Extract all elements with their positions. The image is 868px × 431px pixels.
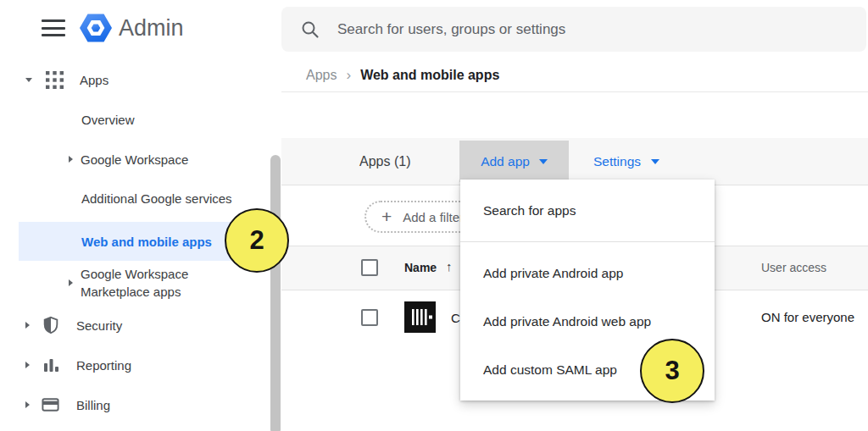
apps-count-title: Apps (1) bbox=[359, 154, 410, 169]
credit-card-icon bbox=[41, 395, 60, 415]
bar-chart-icon bbox=[42, 355, 60, 375]
add-app-button[interactable]: Add app bbox=[459, 141, 569, 182]
sidebar-item-label: Google Workspace bbox=[81, 152, 188, 167]
sidebar-item-label: Security bbox=[76, 318, 122, 333]
chevron-right-icon bbox=[25, 322, 30, 329]
menu-item-add-private-android-app[interactable]: Add private Android app bbox=[460, 249, 715, 297]
app-name[interactable]: C bbox=[451, 311, 460, 325]
chevron-right-icon bbox=[69, 279, 73, 286]
apps-grid-icon bbox=[45, 70, 64, 90]
add-filter-label: Add a filter bbox=[403, 210, 464, 224]
menu-item-search-for-apps[interactable]: Search for apps bbox=[460, 180, 715, 241]
chevron-down-icon bbox=[539, 159, 548, 164]
settings-label: Settings bbox=[593, 154, 641, 169]
sidebar-item-label: Apps bbox=[80, 73, 108, 87]
sidebar-item-apps[interactable]: Apps bbox=[25, 67, 108, 92]
admin-logo-icon bbox=[79, 11, 113, 45]
annotation-step-3-badge: 3 bbox=[640, 339, 704, 403]
settings-button[interactable]: Settings bbox=[593, 138, 659, 185]
apps-toolbar: Apps (1) Add app Settings bbox=[281, 138, 868, 185]
chevron-right-icon bbox=[69, 156, 73, 163]
chevron-down-icon bbox=[651, 159, 659, 164]
divider bbox=[460, 241, 715, 242]
annotation-step-2-badge: 2 bbox=[225, 208, 289, 273]
row-checkbox[interactable] bbox=[361, 309, 378, 326]
plus-icon: + bbox=[381, 207, 392, 227]
sidebar-item-label: Web and mobile apps bbox=[81, 235, 212, 249]
breadcrumb: Apps › Web and mobile apps bbox=[306, 67, 499, 84]
sidebar-item-additional-google-services[interactable]: Additional Google services bbox=[81, 185, 232, 211]
sidebar-item-overview[interactable]: Overview bbox=[81, 107, 135, 132]
sidebar-item-label: Google Workspace Marketplace apps bbox=[81, 265, 229, 301]
sidebar-item-gw-marketplace-apps[interactable]: Google Workspace Marketplace apps bbox=[69, 263, 229, 302]
column-header-user-access[interactable]: User access bbox=[761, 261, 826, 274]
divider bbox=[281, 91, 868, 92]
chevron-right-icon: › bbox=[346, 67, 351, 84]
sidebar-item-label: Billing bbox=[76, 398, 110, 412]
sidebar-scrollbar[interactable] bbox=[270, 155, 281, 431]
search-icon bbox=[300, 19, 320, 40]
chevron-right-icon bbox=[25, 401, 30, 408]
search-placeholder: Search for users, groups or settings bbox=[337, 21, 565, 38]
add-app-label: Add app bbox=[481, 154, 530, 169]
sidebar-item-billing[interactable]: Billing bbox=[25, 392, 110, 417]
sidebar-item-reporting[interactable]: Reporting bbox=[25, 352, 131, 378]
admin-console-page: Admin Apps Overview Google Workspace Add… bbox=[0, 0, 868, 431]
chevron-down-icon bbox=[25, 78, 32, 82]
sidebar-item-label: Reporting bbox=[76, 358, 131, 373]
sort-ascending-icon[interactable]: ↑ bbox=[446, 259, 453, 274]
select-all-checkbox[interactable] bbox=[361, 259, 378, 276]
menu-icon[interactable] bbox=[41, 18, 66, 38]
breadcrumb-parent[interactable]: Apps bbox=[306, 68, 337, 83]
sidebar-item-label: Overview bbox=[81, 113, 135, 127]
sidebar-item-google-workspace[interactable]: Google Workspace bbox=[69, 146, 188, 172]
breadcrumb-current: Web and mobile apps bbox=[360, 68, 499, 83]
app-logo-icon bbox=[404, 301, 436, 333]
shield-icon bbox=[42, 315, 60, 335]
brand-title: Admin bbox=[119, 15, 184, 41]
sidebar-item-label: Additional Google services bbox=[81, 191, 232, 206]
column-header-name[interactable]: Name bbox=[404, 261, 437, 274]
user-access-value: ON for everyone bbox=[761, 310, 854, 324]
search-input[interactable]: Search for users, groups or settings bbox=[281, 7, 866, 52]
chevron-right-icon bbox=[25, 362, 30, 368]
sidebar-item-security[interactable]: Security bbox=[25, 312, 122, 338]
